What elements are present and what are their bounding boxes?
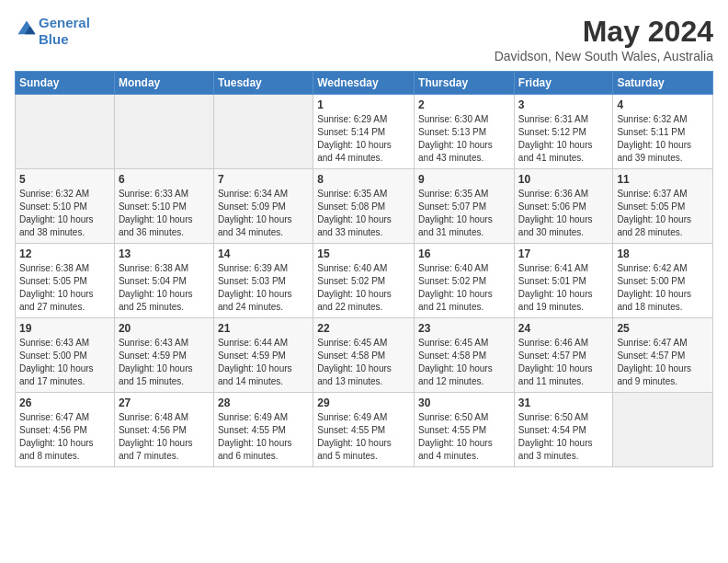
day-number: 7 (218, 173, 309, 186)
calendar-cell: 17Sunrise: 6:41 AM Sunset: 5:01 PM Dayli… (514, 244, 613, 318)
day-number: 17 (518, 247, 609, 260)
day-info: Sunrise: 6:29 AM Sunset: 5:14 PM Dayligh… (317, 113, 410, 165)
day-info: Sunrise: 6:49 AM Sunset: 4:55 PM Dayligh… (218, 411, 309, 463)
day-info: Sunrise: 6:32 AM Sunset: 5:11 PM Dayligh… (617, 113, 709, 165)
day-info: Sunrise: 6:48 AM Sunset: 4:56 PM Dayligh… (119, 411, 210, 463)
calendar-cell: 13Sunrise: 6:38 AM Sunset: 5:04 PM Dayli… (114, 244, 213, 318)
calendar-cell: 9Sunrise: 6:35 AM Sunset: 5:07 PM Daylig… (415, 169, 515, 244)
day-header: Sunday (16, 72, 115, 95)
calendar-cell: 6Sunrise: 6:33 AM Sunset: 5:10 PM Daylig… (114, 169, 213, 244)
day-number: 15 (317, 247, 410, 260)
day-info: Sunrise: 6:47 AM Sunset: 4:56 PM Dayligh… (19, 411, 110, 463)
day-info: Sunrise: 6:40 AM Sunset: 5:02 PM Dayligh… (317, 262, 410, 314)
calendar-cell: 19Sunrise: 6:43 AM Sunset: 5:00 PM Dayli… (16, 318, 115, 393)
day-info: Sunrise: 6:31 AM Sunset: 5:12 PM Dayligh… (518, 113, 609, 165)
day-number: 27 (119, 396, 210, 409)
calendar-cell: 15Sunrise: 6:40 AM Sunset: 5:02 PM Dayli… (313, 244, 415, 318)
calendar-cell: 10Sunrise: 6:36 AM Sunset: 5:06 PM Dayli… (514, 169, 613, 244)
calendar-cell (114, 95, 213, 169)
calendar-cell: 7Sunrise: 6:34 AM Sunset: 5:09 PM Daylig… (213, 169, 313, 244)
day-info: Sunrise: 6:43 AM Sunset: 5:00 PM Dayligh… (19, 337, 110, 388)
day-number: 19 (19, 322, 110, 335)
calendar-cell: 14Sunrise: 6:39 AM Sunset: 5:03 PM Dayli… (213, 244, 313, 318)
day-info: Sunrise: 6:47 AM Sunset: 4:57 PM Dayligh… (617, 337, 709, 388)
day-info: Sunrise: 6:45 AM Sunset: 4:58 PM Dayligh… (418, 337, 510, 388)
calendar-cell: 16Sunrise: 6:40 AM Sunset: 5:02 PM Dayli… (415, 244, 515, 318)
logo: General Blue (15, 15, 90, 48)
day-number: 14 (218, 247, 309, 260)
logo-line2: Blue (39, 31, 69, 47)
calendar-table: SundayMondayTuesdayWednesdayThursdayFrid… (15, 71, 713, 467)
day-header: Wednesday (313, 72, 415, 95)
day-number: 28 (218, 396, 309, 409)
day-info: Sunrise: 6:42 AM Sunset: 5:00 PM Dayligh… (617, 262, 709, 314)
day-number: 13 (119, 247, 210, 260)
day-number: 2 (418, 98, 510, 111)
calendar-week-row: 1Sunrise: 6:29 AM Sunset: 5:14 PM Daylig… (16, 95, 713, 169)
calendar-cell: 22Sunrise: 6:45 AM Sunset: 4:58 PM Dayli… (313, 318, 415, 393)
day-number: 26 (19, 396, 110, 409)
day-number: 21 (218, 322, 309, 335)
calendar-cell: 11Sunrise: 6:37 AM Sunset: 5:05 PM Dayli… (613, 169, 713, 244)
calendar-cell (613, 393, 713, 467)
logo-line1: General (39, 15, 90, 30)
day-number: 20 (119, 322, 210, 335)
calendar-week-row: 12Sunrise: 6:38 AM Sunset: 5:05 PM Dayli… (16, 244, 713, 318)
day-number: 5 (19, 173, 110, 186)
day-info: Sunrise: 6:41 AM Sunset: 5:01 PM Dayligh… (518, 262, 609, 314)
calendar-cell: 21Sunrise: 6:44 AM Sunset: 4:59 PM Dayli… (213, 318, 313, 393)
day-info: Sunrise: 6:38 AM Sunset: 5:04 PM Dayligh… (119, 262, 210, 314)
day-info: Sunrise: 6:32 AM Sunset: 5:10 PM Dayligh… (19, 188, 110, 239)
day-info: Sunrise: 6:49 AM Sunset: 4:55 PM Dayligh… (317, 411, 410, 463)
day-number: 1 (317, 98, 410, 111)
day-info: Sunrise: 6:33 AM Sunset: 5:10 PM Dayligh… (119, 188, 210, 239)
day-number: 10 (518, 173, 609, 186)
calendar-cell: 2Sunrise: 6:30 AM Sunset: 5:13 PM Daylig… (415, 95, 515, 169)
calendar-cell: 3Sunrise: 6:31 AM Sunset: 5:12 PM Daylig… (514, 95, 613, 169)
day-info: Sunrise: 6:35 AM Sunset: 5:07 PM Dayligh… (418, 188, 510, 239)
calendar-cell: 4Sunrise: 6:32 AM Sunset: 5:11 PM Daylig… (613, 95, 713, 169)
day-number: 30 (418, 396, 510, 409)
title-block: May 2024 Davidson, New South Wales, Aust… (495, 15, 713, 63)
day-number: 4 (617, 98, 709, 111)
calendar-cell: 18Sunrise: 6:42 AM Sunset: 5:00 PM Dayli… (613, 244, 713, 318)
day-info: Sunrise: 6:45 AM Sunset: 4:58 PM Dayligh… (317, 337, 410, 388)
calendar-cell: 26Sunrise: 6:47 AM Sunset: 4:56 PM Dayli… (16, 393, 115, 467)
day-number: 22 (317, 322, 410, 335)
header-row: SundayMondayTuesdayWednesdayThursdayFrid… (16, 72, 713, 95)
day-info: Sunrise: 6:43 AM Sunset: 4:59 PM Dayligh… (119, 337, 210, 388)
calendar-cell: 30Sunrise: 6:50 AM Sunset: 4:55 PM Dayli… (415, 393, 515, 467)
month-title: May 2024 (495, 15, 713, 49)
calendar-cell: 20Sunrise: 6:43 AM Sunset: 4:59 PM Dayli… (114, 318, 213, 393)
day-header: Friday (514, 72, 613, 95)
day-number: 9 (418, 173, 510, 186)
day-number: 6 (119, 173, 210, 186)
day-info: Sunrise: 6:38 AM Sunset: 5:05 PM Dayligh… (19, 262, 110, 314)
day-number: 12 (19, 247, 110, 260)
calendar-cell: 5Sunrise: 6:32 AM Sunset: 5:10 PM Daylig… (16, 169, 115, 244)
day-number: 23 (418, 322, 510, 335)
calendar-cell: 8Sunrise: 6:35 AM Sunset: 5:08 PM Daylig… (313, 169, 415, 244)
day-info: Sunrise: 6:35 AM Sunset: 5:08 PM Dayligh… (317, 188, 410, 239)
day-info: Sunrise: 6:39 AM Sunset: 5:03 PM Dayligh… (218, 262, 309, 314)
page-header: General Blue May 2024 Davidson, New Sout… (15, 15, 713, 63)
day-info: Sunrise: 6:46 AM Sunset: 4:57 PM Dayligh… (518, 337, 609, 388)
calendar-cell: 24Sunrise: 6:46 AM Sunset: 4:57 PM Dayli… (514, 318, 613, 393)
day-number: 29 (317, 396, 410, 409)
day-number: 8 (317, 173, 410, 186)
day-number: 24 (518, 322, 609, 335)
day-number: 31 (518, 396, 609, 409)
calendar-cell (16, 95, 115, 169)
calendar-cell (213, 95, 313, 169)
calendar-cell: 28Sunrise: 6:49 AM Sunset: 4:55 PM Dayli… (213, 393, 313, 467)
day-header: Thursday (415, 72, 515, 95)
calendar-cell: 12Sunrise: 6:38 AM Sunset: 5:05 PM Dayli… (16, 244, 115, 318)
calendar-cell: 29Sunrise: 6:49 AM Sunset: 4:55 PM Dayli… (313, 393, 415, 467)
calendar-week-row: 19Sunrise: 6:43 AM Sunset: 5:00 PM Dayli… (16, 318, 713, 393)
location-title: Davidson, New South Wales, Australia (495, 49, 713, 63)
day-header: Monday (114, 72, 213, 95)
calendar-cell: 27Sunrise: 6:48 AM Sunset: 4:56 PM Dayli… (114, 393, 213, 467)
day-number: 16 (418, 247, 510, 260)
calendar-cell: 23Sunrise: 6:45 AM Sunset: 4:58 PM Dayli… (415, 318, 515, 393)
day-info: Sunrise: 6:34 AM Sunset: 5:09 PM Dayligh… (218, 188, 309, 239)
